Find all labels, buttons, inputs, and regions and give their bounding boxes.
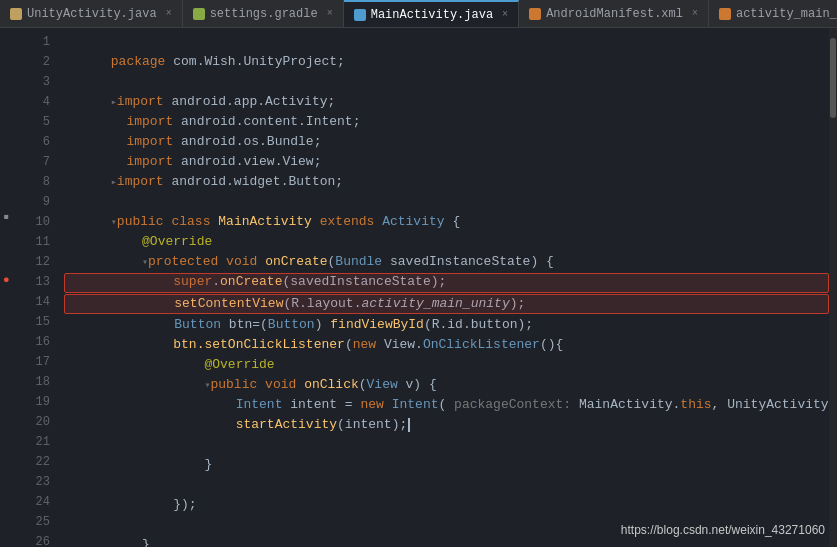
xml-icon (529, 8, 541, 20)
editor-area: ● ◼ 1 2 3 4 5 6 7 8 9 10 11 12 13 14 15 … (0, 28, 837, 547)
tab-androidmanifest[interactable]: AndroidManifest.xml × (519, 0, 709, 27)
close-icon[interactable]: × (692, 8, 698, 19)
line-num: 8 (20, 172, 50, 192)
line-num: 2 (20, 52, 50, 72)
code-line-17: ▾public void onClick(View v) { (64, 355, 829, 375)
code-line-18: Intent intent = new Intent( packageConte… (64, 375, 829, 395)
line-num: 18 (20, 372, 50, 392)
code-line-10: @Override (64, 212, 829, 232)
tab-label: AndroidManifest.xml (546, 7, 683, 21)
code-line-23: }); (64, 475, 829, 495)
line-num: 7 (20, 152, 50, 172)
code-line-8 (64, 172, 829, 192)
code-line-16: @Override (64, 335, 829, 355)
code-line-3: ▸import android.app.Activity; (64, 72, 829, 92)
code-content[interactable]: package com.Wish.UnityProject; ▸import a… (56, 28, 829, 547)
line-num: 5 (20, 112, 50, 132)
line-num: 21 (20, 432, 50, 452)
code-line-13: setContentView(R.layout.activity_main_un… (64, 273, 829, 293)
tab-settings-gradle[interactable]: settings.gradle × (183, 0, 344, 27)
code-line-19: startActivity(intent); (64, 395, 829, 415)
tab-mainactivity[interactable]: MainActivity.java × (344, 0, 519, 27)
code-line-7: ▸import android.widget.Button; (64, 152, 829, 172)
line-num: 26 (20, 532, 50, 547)
code-line-1: package com.Wish.UnityProject; (64, 32, 829, 52)
close-icon[interactable]: × (166, 8, 172, 19)
tab-label: settings.gradle (210, 7, 318, 21)
tab-bar: UnityActivity.java × settings.gradle × M… (0, 0, 837, 28)
line-num: 10 (20, 212, 50, 232)
breakpoint-14: ● (3, 272, 10, 287)
line-num: 9 (20, 192, 50, 212)
line-num: 20 (20, 412, 50, 432)
code-line-15: btn.setOnClickListener(new View.OnClickL… (64, 315, 829, 335)
code-line-20 (64, 415, 829, 435)
close-icon[interactable]: × (327, 8, 333, 19)
java-icon (354, 9, 366, 21)
line-num: 3 (20, 72, 50, 92)
tab-unityactivity[interactable]: UnityActivity.java × (0, 0, 183, 27)
code-line-2 (64, 52, 829, 72)
line-num: 1 (20, 32, 50, 52)
scrollbar-thumb[interactable] (830, 38, 836, 118)
tab-label: UnityActivity.java (27, 7, 157, 21)
line-num: 6 (20, 132, 50, 152)
line-num: 23 (20, 472, 50, 492)
line-num: 25 (20, 512, 50, 532)
gradle-icon (193, 8, 205, 20)
xml-icon (719, 8, 731, 20)
tab-activity-main-unity[interactable]: activity_main_unity.xml × (709, 0, 837, 27)
line-num: 16 (20, 332, 50, 352)
tab-label: activity_main_unity.xml (736, 7, 837, 21)
scroll-indicator: ◼ (4, 208, 9, 223)
line-num: 17 (20, 352, 50, 372)
code-line-21: } (64, 435, 829, 455)
line-num: 4 (20, 92, 50, 112)
code-line-5: import android.os.Bundle; (64, 112, 829, 132)
line-num: 24 (20, 492, 50, 512)
line-numbers: 1 2 3 4 5 6 7 8 9 10 11 12 13 14 15 16 1… (20, 28, 56, 547)
line-num: 15 (20, 312, 50, 332)
code-line-6: import android.view.View; (64, 132, 829, 152)
code-line-14: Button btn=(Button) findViewById(R.id.bu… (64, 294, 829, 314)
line-num: 19 (20, 392, 50, 412)
line-num: 12 (20, 252, 50, 272)
tab-label: MainActivity.java (371, 8, 493, 22)
watermark: https://blog.csdn.net/weixin_43271060 (621, 523, 825, 537)
code-line-4: import android.content.Intent; (64, 92, 829, 112)
code-line-12: super.onCreate(savedInstanceState); (64, 252, 829, 272)
code-line-9: ▾public class MainActivity extends Activ… (64, 192, 829, 212)
code-line-11: ▾protected void onCreate(Bundle savedIns… (64, 232, 829, 252)
line-num: 22 (20, 452, 50, 472)
close-icon[interactable]: × (502, 9, 508, 20)
line-num: 11 (20, 232, 50, 252)
code-line-22 (64, 455, 829, 475)
gutter-left: ● ◼ (0, 28, 20, 547)
java-icon (10, 8, 22, 20)
scrollbar[interactable] (829, 28, 837, 547)
line-num: 13 (20, 272, 50, 292)
code-line-24 (64, 495, 829, 515)
line-num: 14 (20, 292, 50, 312)
